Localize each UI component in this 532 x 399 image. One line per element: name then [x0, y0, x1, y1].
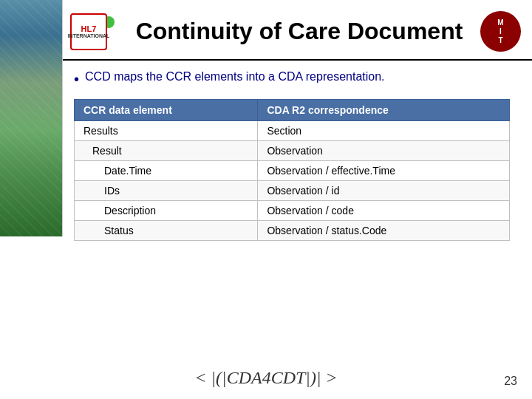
separator-line: [0, 59, 532, 61]
col-header-cda: CDA R2 correspondence: [258, 100, 510, 121]
table-row: IDsObservation / id: [75, 181, 510, 201]
main-content: • CCD maps the CCR elements into a CDA r…: [0, 66, 532, 248]
ccr-element-cell: Date.Time: [75, 161, 258, 181]
cda-correspondence-cell: Observation / code: [258, 201, 510, 221]
bullet-text: CCD maps the CCR elements into a CDA rep…: [85, 70, 385, 83]
ccr-element-cell: Description: [75, 201, 258, 221]
mit-logo: MIT: [480, 11, 521, 52]
intl-text: INTERNATIONAL: [68, 33, 110, 38]
col-header-ccr: CCR data element: [75, 100, 258, 121]
table-row: Date.TimeObservation / effective.Time: [75, 161, 510, 181]
bullet-section: • CCD maps the CCR elements into a CDA r…: [74, 70, 510, 88]
cda-label: < |(|CDA4CDT|)| >: [194, 368, 337, 388]
cda-correspondence-cell: Section: [258, 121, 510, 141]
cda-correspondence-cell: Observation: [258, 141, 510, 161]
table-row: ResultsSection: [75, 121, 510, 141]
table-row: StatusObservation / status.Code: [75, 221, 510, 241]
bullet-icon: •: [74, 70, 79, 88]
ccr-cda-table: CCR data element CDA R2 correspondence R…: [74, 99, 510, 241]
cda-correspondence-cell: Observation / status.Code: [258, 221, 510, 241]
cda-correspondence-cell: Observation / effective.Time: [258, 161, 510, 181]
page-number: 23: [504, 375, 517, 388]
footer: < |(|CDA4CDT|)| >: [0, 368, 532, 388]
header: HL7 INTERNATIONAL Continuity of Care Doc…: [0, 0, 532, 59]
ccr-element-cell: Results: [75, 121, 258, 141]
table-row: ResultObservation: [75, 141, 510, 161]
ccr-element-cell: Status: [75, 221, 258, 241]
cda-correspondence-cell: Observation / id: [258, 181, 510, 201]
mit-text: MIT: [497, 18, 503, 45]
hl7-text: HL7: [81, 24, 97, 33]
ccr-element-cell: IDs: [75, 181, 258, 201]
page-title: Continuity of Care Document: [118, 18, 480, 45]
table-row: DescriptionObservation / code: [75, 201, 510, 221]
ccr-element-cell: Result: [75, 141, 258, 161]
table-header-row: CCR data element CDA R2 correspondence: [75, 100, 510, 121]
hl7-logo: HL7 INTERNATIONAL: [70, 13, 107, 50]
logos-container: HL7 INTERNATIONAL: [70, 13, 107, 50]
